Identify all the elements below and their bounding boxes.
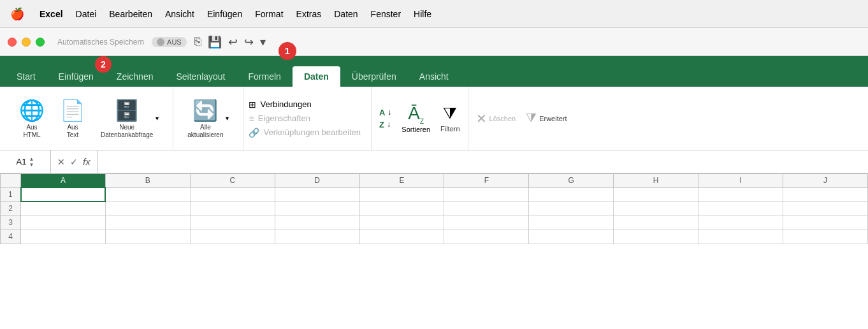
close-button[interactable] [8, 38, 17, 47]
cell-d2[interactable] [275, 201, 359, 216]
database-icon: 🗄️ [114, 98, 140, 122]
tab-zeichnen[interactable]: Zeichnen [105, 66, 165, 87]
alle-aktualisieren-button[interactable]: 🔄 Alleaktualisieren ▾ [181, 94, 235, 143]
tab-seitenlayout[interactable]: Seitenlayout [164, 66, 236, 87]
verbindungen-button[interactable]: ⊞ Verbindungen [249, 98, 361, 111]
cell-j3[interactable] [783, 216, 868, 230]
cell-a4[interactable] [21, 230, 106, 244]
confirm-formula-icon[interactable]: ✓ [70, 157, 78, 167]
aus-text-button[interactable]: 📄 AusText [54, 94, 92, 143]
cell-e2[interactable] [359, 201, 444, 216]
col-header-f[interactable]: F [444, 174, 529, 188]
cell-j1[interactable] [783, 187, 868, 201]
tab-daten[interactable]: Daten [293, 66, 340, 87]
filtern-button[interactable]: ⧩ Filtern [440, 104, 460, 133]
col-header-a[interactable]: A [21, 174, 106, 188]
undo-icon[interactable]: ↩ [228, 35, 238, 49]
menu-hilfe[interactable]: Hilfe [414, 9, 431, 19]
loeschen-button[interactable]: ✕ Löschen [476, 111, 516, 126]
cell-i2[interactable] [698, 201, 783, 216]
col-header-i[interactable]: I [698, 174, 783, 188]
cell-i1[interactable] [698, 187, 783, 201]
cell-b3[interactable] [105, 216, 190, 230]
save-icon[interactable]: 💾 [208, 35, 222, 49]
menu-einfuegen[interactable]: Einfügen [207, 9, 242, 19]
tab-start[interactable]: Start [5, 66, 47, 87]
cell-d3[interactable] [275, 216, 359, 230]
cell-a2[interactable] [21, 201, 106, 216]
menu-daten[interactable]: Daten [334, 9, 358, 19]
cell-g2[interactable] [529, 201, 614, 216]
sort-az-button[interactable]: A ↓ [379, 108, 391, 117]
eigenschaften-button[interactable]: ≡ Eigenschaften [249, 112, 361, 125]
tab-ansicht[interactable]: Ansicht [408, 66, 460, 87]
cell-i4[interactable] [698, 230, 783, 244]
redo-icon[interactable]: ↪ [244, 35, 254, 49]
cancel-formula-icon[interactable]: ✕ [57, 157, 65, 167]
autosave-toggle[interactable]: AUS [152, 37, 187, 47]
verknuepfungen-button[interactable]: 🔗 Verknüpfungen bearbeiten [249, 126, 361, 139]
cell-d1[interactable] [275, 187, 359, 201]
cell-e4[interactable] [359, 230, 444, 244]
col-header-b[interactable]: B [105, 174, 190, 188]
cell-c1[interactable] [190, 187, 275, 201]
table-row: 3 [1, 216, 868, 230]
col-header-e[interactable]: E [359, 174, 444, 188]
menu-ansicht[interactable]: Ansicht [165, 9, 194, 19]
minimize-button[interactable] [22, 38, 31, 47]
aus-html-button[interactable]: 🌐 AusHTML [13, 94, 51, 143]
sidebar-icon[interactable]: ⎘ [194, 35, 201, 48]
cell-f4[interactable] [444, 230, 529, 244]
erweitert-button[interactable]: ⧩ Erweitert [526, 111, 567, 126]
fx-icon[interactable]: fx [83, 156, 90, 167]
sort-az-group: A ↓ Z ↓ [379, 108, 391, 129]
col-header-h[interactable]: H [614, 174, 698, 188]
col-header-d[interactable]: D [275, 174, 359, 188]
cell-j4[interactable] [783, 230, 868, 244]
tab-einfuegen[interactable]: Einfügen 2 [47, 66, 105, 87]
formula-input[interactable] [98, 150, 868, 173]
cell-i3[interactable] [698, 216, 783, 230]
menu-fenster[interactable]: Fenster [371, 9, 401, 19]
cell-e3[interactable] [359, 216, 444, 230]
cell-h3[interactable] [614, 216, 698, 230]
apple-menu[interactable]: 🍎 [10, 7, 24, 21]
sort-za-button[interactable]: Z ↓ [379, 120, 391, 129]
cell-e1[interactable] [359, 187, 444, 201]
cell-c2[interactable] [190, 201, 275, 216]
cell-b2[interactable] [105, 201, 190, 216]
menu-bearbeiten[interactable]: Bearbeiten [109, 9, 152, 19]
tab-ueberprufen[interactable]: Überprüfen [340, 66, 408, 87]
more-icon[interactable]: ▾ [260, 35, 266, 49]
cell-a3[interactable] [21, 216, 106, 230]
tab-formeln[interactable]: Formeln [237, 66, 293, 87]
cell-f2[interactable] [444, 201, 529, 216]
col-header-g[interactable]: G [529, 174, 614, 188]
cell-g4[interactable] [529, 230, 614, 244]
toggle-label: AUS [167, 38, 182, 46]
cell-g1[interactable] [529, 187, 614, 201]
menu-excel[interactable]: Excel [40, 9, 63, 19]
cell-c4[interactable] [190, 230, 275, 244]
cell-h1[interactable] [614, 187, 698, 201]
cell-j2[interactable] [783, 201, 868, 216]
menu-datei[interactable]: Datei [76, 9, 97, 19]
cell-b1[interactable] [105, 187, 190, 201]
fullscreen-button[interactable] [36, 38, 45, 47]
cell-h4[interactable] [614, 230, 698, 244]
col-header-j[interactable]: J [783, 174, 868, 188]
cell-d4[interactable] [275, 230, 359, 244]
cell-f1[interactable] [444, 187, 529, 201]
col-header-c[interactable]: C [190, 174, 275, 188]
cell-c3[interactable] [190, 216, 275, 230]
neue-datenbankabfrage-button[interactable]: 🗄️ NeueDatenbankabfrage ▾ [94, 94, 165, 143]
menu-extras[interactable]: Extras [296, 9, 322, 19]
cell-b4[interactable] [105, 230, 190, 244]
cell-a1[interactable] [21, 187, 106, 201]
sortieren-button[interactable]: ĀZ Sortieren [401, 103, 430, 134]
cell-f3[interactable] [444, 216, 529, 230]
cell-reference-box[interactable]: A1 ▲ ▼ [0, 150, 51, 173]
cell-g3[interactable] [529, 216, 614, 230]
menu-format[interactable]: Format [255, 9, 283, 19]
cell-h2[interactable] [614, 201, 698, 216]
